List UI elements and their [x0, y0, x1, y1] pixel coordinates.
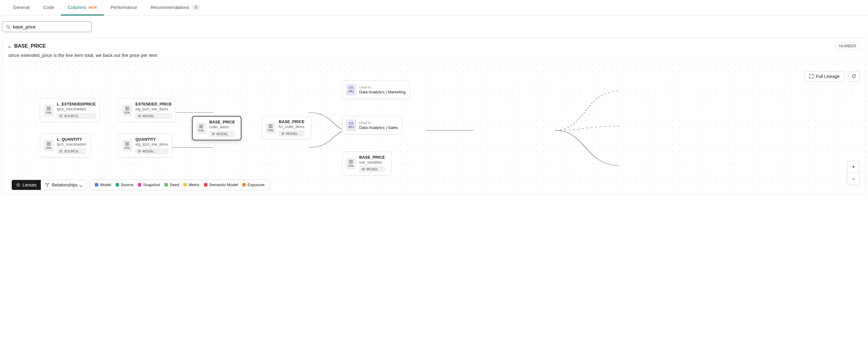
svg-rect-28 — [352, 160, 353, 163]
node-quantity[interactable]: COL QUANTITY stg_tpch_line_items MODEL — [118, 134, 172, 157]
zoom-out-button[interactable]: − — [847, 173, 860, 185]
column-name: BASE_PRICE — [14, 43, 832, 49]
node-extended-price[interactable]: COL EXTENDED_PRICE stg_tpch_line_items M… — [118, 98, 176, 122]
svg-rect-16 — [199, 125, 200, 128]
node-sub: tpch_now.lineitem — [57, 107, 96, 111]
legend-item: Seed — [164, 182, 179, 187]
svg-point-29 — [17, 183, 20, 186]
column-icon: COL — [122, 140, 132, 151]
legend-label: Source — [121, 182, 133, 187]
legend-swatch — [183, 183, 187, 186]
svg-point-5 — [60, 115, 62, 116]
zoom-in-button[interactable]: + — [847, 161, 860, 173]
column-description: since extended_price is the line item to… — [2, 51, 866, 62]
refresh-icon — [851, 74, 856, 79]
node-sub: tpch_now.lineitem — [57, 142, 86, 147]
search-container — [0, 16, 868, 34]
node-kind: MODEL — [209, 131, 235, 137]
lenses-button[interactable]: Lenses — [12, 180, 41, 190]
project-name: Data Analytics | Marketing — [359, 90, 406, 94]
node-prj-sales[interactable]: PRJ Used In Data Analytics | Sales — [342, 116, 402, 135]
svg-rect-2 — [47, 107, 48, 110]
used-in-label: Used In — [359, 121, 398, 125]
refresh-button[interactable] — [848, 71, 860, 82]
node-name: BASE_PRICE — [209, 120, 235, 124]
expand-icon — [809, 74, 814, 79]
svg-rect-3 — [48, 107, 49, 110]
search-input[interactable] — [13, 24, 88, 29]
svg-rect-4 — [50, 107, 51, 110]
node-l-quantity[interactable]: COL L_QUANTITY tpch_now.lineitem SOURCE — [40, 134, 90, 157]
svg-rect-13 — [125, 142, 126, 145]
legend-label: Seed — [170, 182, 179, 187]
column-icon: COL — [266, 122, 276, 134]
node-name: L_QUANTITY — [57, 137, 86, 142]
node-name: BASE_PRICE — [279, 119, 305, 124]
svg-point-0 — [6, 25, 9, 28]
node-kind: SOURCE — [57, 148, 86, 154]
legend-label: Model — [100, 182, 111, 187]
collapse-icon[interactable] — [8, 43, 10, 49]
legend: ModelSourceSnapshotSeedMetricSemantic Mo… — [90, 179, 270, 190]
full-lineage-button[interactable]: Full Lineage — [805, 71, 844, 82]
search-box[interactable] — [2, 21, 92, 32]
svg-rect-14 — [127, 142, 128, 145]
used-in-label: Used In — [359, 85, 406, 89]
legend-item: Semantic Model — [204, 182, 238, 187]
node-kind: MODEL — [359, 166, 385, 172]
legend-item: Source — [116, 182, 133, 187]
tab-recommendations-label: Recommendations — [151, 5, 189, 10]
tab-general[interactable]: General — [6, 0, 36, 16]
node-sub: stg_tpch_line_items — [135, 142, 168, 147]
svg-rect-15 — [128, 142, 129, 145]
svg-rect-10 — [125, 107, 126, 110]
svg-rect-12 — [128, 107, 129, 110]
svg-rect-8 — [50, 142, 51, 145]
svg-rect-11 — [127, 107, 128, 110]
node-base-price-order-items[interactable]: COL BASE_PRICE order_items MODEL — [192, 116, 241, 140]
legend-swatch — [242, 183, 246, 186]
tab-columns-label: Columns — [68, 5, 86, 10]
legend-swatch — [116, 183, 119, 186]
search-icon — [6, 24, 10, 29]
node-base-price-use-variables[interactable]: COL BASE_PRICE use_variables MODEL — [342, 151, 392, 175]
node-sub: use_variables — [359, 160, 385, 165]
project-icon: PRJ — [346, 119, 356, 131]
node-sub: order_items — [209, 125, 235, 129]
lineage-canvas[interactable]: COL L_EXTENDEDPRICE tpch_now.lineitem SO… — [2, 62, 866, 195]
node-sub: stg_tpch_line_items — [135, 107, 172, 111]
legend-item: Exposure — [242, 182, 265, 187]
node-kind: SOURCE — [57, 113, 96, 119]
tabs: General Code Columns NEW Performance Rec… — [0, 0, 868, 16]
legend-item: Model — [95, 182, 111, 187]
legend-swatch — [204, 183, 208, 186]
svg-point-9 — [60, 150, 62, 151]
tab-columns[interactable]: Columns NEW — [61, 0, 103, 16]
node-name: QUANTITY — [135, 137, 168, 142]
tab-recommendations[interactable]: Recommendations 0 — [144, 0, 207, 16]
legend-label: Snapshot — [143, 182, 160, 187]
node-base-price-fct-order-items[interactable]: COL BASE_PRICE fct_order_items MODEL — [262, 116, 311, 140]
svg-rect-17 — [200, 125, 202, 128]
svg-rect-19 — [269, 125, 270, 128]
legend-swatch — [95, 183, 98, 186]
svg-rect-22 — [349, 87, 353, 89]
legend-swatch — [164, 183, 168, 186]
project-name: Data Analytics | Sales — [359, 125, 398, 130]
canvas-footer-controls: Lenses Relationships ModelSourceSnapshot… — [11, 179, 270, 190]
node-prj-marketing[interactable]: PRJ Used In Data Analytics | Marketing — [342, 80, 410, 99]
lineage-edges — [2, 62, 866, 195]
legend-label: Semantic Model — [209, 182, 238, 187]
relationships-button[interactable]: Relationships — [41, 180, 86, 190]
tab-code[interactable]: Code — [36, 0, 61, 16]
chevron-down-icon — [80, 182, 82, 187]
project-icon: PRJ — [346, 84, 356, 95]
lenses-controls: Lenses Relationships — [11, 180, 87, 190]
column-icon: COL — [44, 105, 54, 116]
node-l-extendedprice[interactable]: COL L_EXTENDEDPRICE tpch_now.lineitem SO… — [40, 98, 100, 122]
relationships-icon — [45, 183, 50, 187]
svg-rect-6 — [47, 142, 48, 145]
node-name: BASE_PRICE — [359, 155, 385, 159]
svg-rect-26 — [349, 160, 350, 163]
tab-performance[interactable]: Performance — [104, 0, 144, 16]
